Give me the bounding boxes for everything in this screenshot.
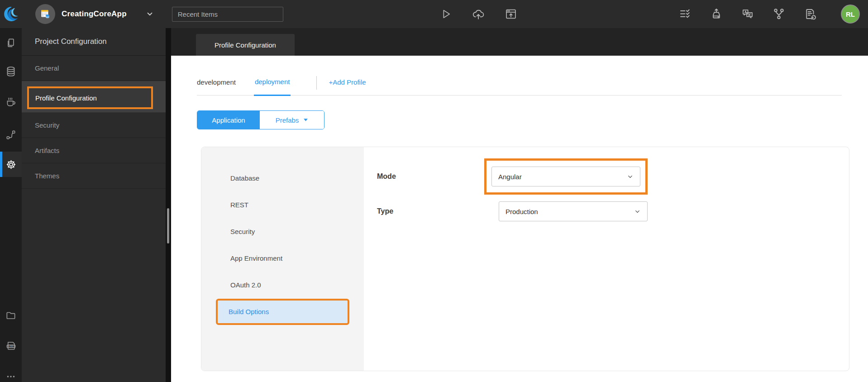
build-options-annotation-box: Build Options (216, 299, 349, 325)
project-avatar-icon[interactable] (35, 4, 55, 24)
sidebar-item-general[interactable]: General (22, 56, 166, 81)
topbar-utility-actions: RL (678, 0, 860, 28)
file-explorer-icon[interactable] (0, 303, 22, 328)
sidebar-item-themes[interactable]: Themes (22, 163, 166, 189)
sync-project-icon[interactable] (803, 7, 817, 21)
tab-development[interactable]: development (197, 78, 236, 95)
checklist-icon[interactable] (678, 7, 692, 21)
mode-value: Angular (498, 173, 522, 181)
chevron-down-icon (627, 173, 634, 180)
tab-deployment[interactable]: deployment (254, 78, 291, 96)
sidebar-scrollbar-thumb[interactable] (167, 208, 169, 244)
type-label: Type (377, 207, 491, 215)
project-configuration-sidebar: Project Configuration General Profile Co… (22, 28, 166, 382)
profile-configuration-annotation-box: Profile Configuration (27, 86, 153, 109)
preview-run-icon[interactable] (439, 7, 453, 21)
sidebar-scrollbar[interactable] (166, 28, 171, 382)
tab-profile-configuration[interactable]: Profile Configuration (196, 34, 295, 56)
chevron-down-icon (634, 208, 641, 215)
mode-annotation-box: Angular (484, 158, 648, 195)
menu-item-app-environment[interactable]: App Environment (201, 245, 364, 272)
application-segment[interactable]: Application (197, 111, 260, 129)
deploy-icon[interactable] (710, 7, 723, 21)
api-orchestration-icon[interactable] (0, 122, 22, 148)
sidebar-item-artifacts[interactable]: Artifacts (22, 138, 166, 163)
main-content: Profile Configuration development deploy… (171, 28, 868, 382)
cloud-push-icon[interactable] (472, 7, 485, 21)
sidebar-item-profile-configuration[interactable]: Profile Configuration (22, 81, 166, 113)
sidebar-item-security[interactable]: Security (22, 113, 166, 138)
java-services-icon[interactable] (0, 89, 22, 115)
type-select[interactable]: Production (499, 201, 648, 221)
prefabs-label: Prefabs (276, 116, 299, 124)
recent-items-input[interactable] (172, 7, 283, 22)
left-icon-rail: LOG (0, 28, 22, 382)
mode-row: Mode Angular (377, 158, 849, 195)
prefabs-segment[interactable]: Prefabs (260, 111, 324, 129)
mode-select[interactable]: Angular (491, 167, 640, 186)
menu-item-security[interactable]: Security (201, 218, 364, 245)
prefabs-caret-icon (303, 118, 308, 122)
project-switch-chevron-icon[interactable] (146, 10, 154, 18)
app-name: CreatingCoreApp (62, 10, 127, 19)
build-options-card: Database REST Security App Environment O… (201, 147, 849, 371)
topbar: CreatingCoreApp (0, 0, 868, 28)
menu-item-rest[interactable]: REST (201, 191, 364, 218)
pages-icon[interactable] (0, 30, 22, 56)
database-icon[interactable] (0, 59, 22, 84)
menu-item-oauth[interactable]: OAuth 2.0 (201, 272, 364, 298)
add-profile-button[interactable]: +Add Profile (329, 78, 366, 95)
more-options-icon[interactable] (0, 364, 22, 382)
sidebar-title: Project Configuration (22, 28, 166, 56)
type-value: Production (506, 208, 538, 215)
wavemaker-logo-icon[interactable] (0, 6, 23, 22)
user-avatar[interactable]: RL (841, 5, 860, 24)
svg-text:LOG: LOG (8, 344, 13, 347)
application-prefabs-toggle: Application Prefabs (197, 110, 324, 129)
export-app-icon[interactable] (504, 7, 518, 21)
mode-label: Mode (377, 172, 484, 181)
type-row: Type Production (377, 201, 849, 221)
build-options-form: Mode Angular Type Production (364, 147, 849, 371)
workspace-tabstrip: Profile Configuration (171, 28, 868, 56)
logs-icon[interactable]: LOG (0, 333, 22, 358)
config-menu-panel: Database REST Security App Environment O… (201, 147, 364, 371)
menu-item-build-options[interactable]: Build Options (218, 301, 348, 323)
version-control-icon[interactable] (772, 7, 786, 21)
translate-icon[interactable] (741, 7, 754, 21)
sidebar-item-label: Profile Configuration (35, 94, 97, 102)
topbar-run-actions (439, 0, 518, 28)
tabs-divider (316, 76, 317, 90)
profile-tabs: development deployment +Add Profile (197, 76, 842, 96)
menu-item-database[interactable]: Database (201, 165, 364, 191)
settings-gear-icon[interactable] (0, 152, 22, 177)
